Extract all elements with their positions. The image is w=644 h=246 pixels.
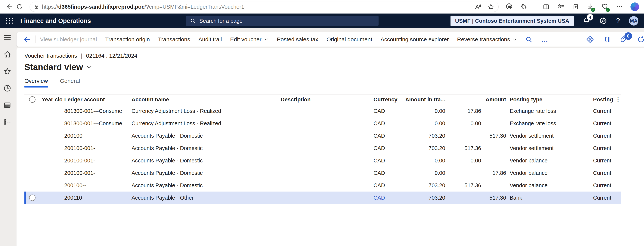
browser-essentials-icon[interactable]: ✓ bbox=[601, 3, 608, 11]
recent-clock-icon[interactable] bbox=[3, 84, 12, 92]
refresh-icon[interactable] bbox=[637, 36, 644, 43]
col-year-closed[interactable]: Year clo... bbox=[40, 96, 62, 103]
grid-search-icon[interactable] bbox=[526, 36, 532, 43]
column-options-kebab-icon[interactable]: ⋮ bbox=[615, 97, 621, 102]
table-row[interactable]: 200100-- Accounts Payable - Domestic CAD… bbox=[24, 179, 621, 192]
page-search-box[interactable] bbox=[186, 16, 378, 26]
row-select-cell[interactable] bbox=[24, 105, 40, 117]
menu-posted-sales-tax[interactable]: Posted sales tax bbox=[277, 36, 318, 43]
browser-menu-icon[interactable] bbox=[616, 3, 623, 10]
attachments-button[interactable]: 0 bbox=[620, 35, 628, 44]
notifications-button[interactable]: 4 bbox=[583, 17, 590, 25]
cell-account-name: Accounts Payable - Domestic bbox=[129, 182, 278, 188]
cell-posting-layer: Current bbox=[590, 145, 621, 151]
col-posting-layer[interactable]: Posting⋮ bbox=[590, 96, 621, 103]
home-icon[interactable] bbox=[3, 50, 12, 58]
row-select-radio[interactable] bbox=[29, 194, 36, 201]
new-tab-icon[interactable] bbox=[572, 3, 579, 10]
browser-refresh-icon[interactable] bbox=[15, 4, 24, 10]
table-row[interactable]: 200100-001- Accounts Payable - Domestic … bbox=[24, 167, 621, 179]
cell-ledger-account[interactable]: 200100-- bbox=[62, 133, 129, 139]
waffle-menu-icon[interactable] bbox=[6, 17, 13, 24]
menu-transactions[interactable]: Transactions bbox=[158, 36, 190, 43]
col-account-name[interactable]: Account name bbox=[129, 96, 278, 103]
table-row[interactable]: 801300-001---Consume Currency Adjustment… bbox=[24, 117, 621, 130]
nav-sidebar bbox=[0, 28, 15, 246]
col-ledger-account[interactable]: Ledger account bbox=[62, 96, 129, 103]
action-pane-divider bbox=[35, 36, 36, 44]
row-select-cell[interactable] bbox=[24, 167, 40, 179]
breadcrumb-page[interactable]: Voucher transactions bbox=[24, 52, 77, 59]
favorite-star-icon[interactable] bbox=[488, 4, 494, 10]
menu-view-subledger-journal[interactable]: View subledger journal bbox=[40, 36, 97, 43]
cell-ledger-account[interactable]: 200100-001- bbox=[62, 158, 129, 164]
col-posting-type[interactable]: Posting type bbox=[508, 96, 590, 103]
help-button[interactable]: ? bbox=[616, 17, 620, 25]
cell-ledger-account[interactable]: 200100-001- bbox=[62, 170, 129, 176]
cell-ledger-account[interactable]: 801300-001---Consume bbox=[62, 120, 129, 126]
row-select-cell[interactable] bbox=[24, 154, 40, 167]
address-bar[interactable]: https://d365finops-sand.hifxpreprod.poc/… bbox=[30, 2, 498, 12]
cell-posting-type: Exchange rate loss bbox=[508, 108, 590, 114]
menu-edit-voucher[interactable]: Edit voucher bbox=[230, 36, 269, 43]
favorites-star-icon[interactable] bbox=[3, 67, 12, 76]
cell-ledger-account[interactable]: 200100-- bbox=[62, 182, 129, 188]
cell-ledger-account[interactable]: 200100-001- bbox=[62, 145, 129, 151]
menu-transaction-origin[interactable]: Transaction origin bbox=[105, 36, 150, 43]
cell-ledger-account[interactable]: 200110-- bbox=[62, 195, 129, 201]
view-selector[interactable]: Standard view bbox=[24, 62, 644, 72]
tab-overview[interactable]: Overview bbox=[24, 78, 48, 88]
copilot-icon[interactable] bbox=[630, 2, 639, 11]
page-search-input[interactable] bbox=[199, 18, 374, 24]
col-description[interactable]: Description bbox=[278, 96, 368, 103]
tab-general[interactable]: General bbox=[60, 78, 80, 88]
more-commands-icon[interactable]: … bbox=[542, 36, 548, 43]
settings-gear-icon[interactable] bbox=[599, 17, 607, 25]
search-icon bbox=[190, 18, 196, 24]
browser-back-icon[interactable] bbox=[5, 3, 15, 10]
cell-amount-mid: 17.86 bbox=[447, 108, 483, 114]
select-all-cell[interactable] bbox=[24, 94, 40, 104]
password-manager-icon[interactable] bbox=[506, 3, 513, 11]
menu-original-document[interactable]: Original document bbox=[326, 36, 372, 43]
menu-accounting-source-explorer[interactable]: Accounting source explorer bbox=[380, 36, 449, 43]
page-back-icon[interactable] bbox=[23, 36, 31, 43]
hamburger-menu-icon[interactable] bbox=[3, 34, 12, 42]
cell-posting-type: Bank bbox=[508, 195, 590, 201]
table-row[interactable]: 801300-001---Consume Currency Adjustment… bbox=[24, 105, 621, 117]
table-row[interactable]: 200100-001- Accounts Payable - Domestic … bbox=[24, 154, 621, 167]
attachments-count-badge: 0 bbox=[624, 32, 632, 40]
workspaces-icon[interactable] bbox=[3, 101, 12, 109]
row-select-cell[interactable] bbox=[24, 179, 40, 192]
row-select-cell[interactable] bbox=[24, 192, 40, 204]
power-apps-icon[interactable] bbox=[586, 36, 594, 44]
col-amount[interactable]: Amount bbox=[483, 96, 508, 103]
menu-reverse-transactions[interactable]: Reverse transactions bbox=[457, 36, 517, 43]
table-row[interactable]: 200100-- Accounts Payable - Domestic CAD… bbox=[24, 130, 621, 142]
table-row[interactable]: 200100-001- Accounts Payable - Domestic … bbox=[24, 142, 621, 154]
read-aloud-icon[interactable] bbox=[474, 4, 481, 10]
collections-icon[interactable] bbox=[557, 3, 564, 10]
row-select-cell[interactable] bbox=[24, 117, 40, 130]
table-row[interactable]: 200110-- Accounts Payable - Other CAD -7… bbox=[24, 192, 621, 204]
cell-amount-mid: 0.00 bbox=[447, 158, 483, 164]
cell-account-name: Currency Adjustment Loss - Realized bbox=[129, 108, 278, 114]
extensions-icon[interactable] bbox=[520, 3, 527, 10]
select-all-radio[interactable] bbox=[29, 96, 36, 103]
col-amount-in-transaction[interactable]: Amount in tra... bbox=[400, 96, 447, 103]
col-currency[interactable]: Currency bbox=[368, 96, 400, 103]
cell-ledger-account[interactable]: 801300-001---Consume bbox=[62, 108, 129, 114]
menu-audit-trail[interactable]: Audit trail bbox=[198, 36, 222, 43]
downloads-icon[interactable]: ✓ bbox=[586, 3, 594, 11]
chevron-down-icon bbox=[512, 37, 517, 42]
split-screen-icon[interactable] bbox=[542, 3, 550, 10]
essentials-check-badge: ✓ bbox=[606, 8, 610, 12]
row-select-cell[interactable] bbox=[24, 130, 40, 142]
cell-posting-layer: Current bbox=[590, 195, 621, 201]
modules-list-icon[interactable] bbox=[3, 118, 12, 126]
company-picker-button[interactable]: USMF | Contoso Entertainment System USA bbox=[450, 16, 574, 26]
office-icon[interactable] bbox=[604, 36, 611, 43]
user-avatar[interactable]: MA bbox=[629, 16, 638, 26]
chevron-down-icon bbox=[86, 64, 92, 70]
row-select-cell[interactable] bbox=[24, 142, 40, 154]
